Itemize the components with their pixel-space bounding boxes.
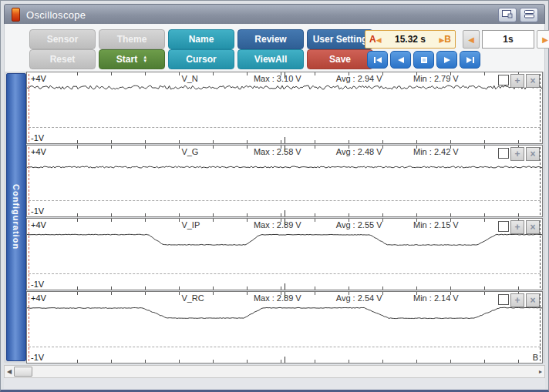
- cursor-b-line[interactable]: [540, 293, 541, 361]
- channel-close-button[interactable]: ×: [526, 220, 540, 234]
- max-value: Max : 2.89 V: [254, 220, 301, 230]
- cursor-b-line[interactable]: [540, 220, 541, 288]
- min-value: Min : 2.79 V: [413, 74, 459, 83]
- channels-area: Configuration +4V V_N Max : 3.10 V Avg :…: [4, 72, 545, 363]
- zero-volt-gridline: [29, 347, 541, 347]
- scrollbar-thumb[interactable]: [14, 367, 32, 377]
- bottom-ruler-ticks: [44, 360, 541, 363]
- cursor-a-line[interactable]: [29, 293, 29, 361]
- skip-to-start-button[interactable]: [367, 51, 388, 69]
- avg-value: Avg : 2.55 V: [336, 220, 382, 230]
- scale-bottom-label: -1V: [31, 133, 44, 142]
- window-bottom-strip: [4, 378, 545, 389]
- scale-bottom-label: -1V: [31, 206, 44, 216]
- bottom-ruler-ticks: [44, 140, 541, 143]
- channel-name: V_N: [181, 74, 197, 83]
- max-value: Max : 3.10 V: [254, 74, 301, 83]
- channel-select-checkbox[interactable]: [498, 75, 509, 85]
- min-value: Min : 2.42 V: [413, 147, 459, 156]
- interval-increase-button[interactable]: ▶: [537, 30, 549, 49]
- scroll-left-icon[interactable]: ◀: [5, 368, 14, 375]
- avg-value: Avg : 2.54 V: [336, 293, 382, 303]
- channel-close-button[interactable]: ×: [526, 147, 540, 161]
- save-button[interactable]: Save: [307, 49, 373, 69]
- min-value: Min : 2.15 V: [413, 220, 459, 230]
- cursor-b-line[interactable]: [540, 147, 541, 215]
- cursor-a-line[interactable]: [29, 220, 29, 288]
- layout-menu-button[interactable]: [520, 8, 538, 22]
- cursor-b-line[interactable]: [540, 74, 541, 142]
- channel-name: V_RC: [181, 293, 204, 303]
- step-back-icon: [397, 56, 405, 64]
- oscilloscope-window: Oscilloscope Sensor Theme Name Review Us…: [0, 0, 549, 392]
- configuration-tab[interactable]: Configuration: [6, 73, 26, 361]
- channel-select-checkbox[interactable]: [498, 148, 509, 159]
- interval-value-box[interactable]: 1s: [482, 30, 534, 49]
- cursor-a-line[interactable]: [29, 74, 29, 142]
- cursor-b-label: B: [444, 34, 451, 45]
- cursor-a-label: A: [369, 34, 376, 45]
- channel-panel-vip: +4V V_IP Max : 2.89 V Avg : 2.55 V Min :…: [26, 218, 543, 290]
- skip-to-end-button[interactable]: [460, 51, 480, 69]
- skip-end-icon: [466, 56, 475, 64]
- name-button[interactable]: Name: [168, 29, 234, 49]
- a-left-arrow-icon: ◀: [376, 36, 382, 44]
- transport-controls: [367, 51, 480, 69]
- horizontal-scrollbar[interactable]: ◀ ▸: [4, 365, 545, 378]
- scale-bottom-label: -1V: [31, 353, 44, 362]
- toolbar: Sensor Theme Name Review User Setting Re…: [4, 24, 545, 72]
- channel-panel-vg: +4V V_G Max : 2.58 V Avg : 2.48 V Min : …: [26, 145, 543, 217]
- title-bar: Oscilloscope: [4, 4, 545, 25]
- time-range-bar: A◀ 15.32 s ▶B ◀ 1s ▶: [365, 30, 549, 49]
- ab-time-value: 15.32 s: [395, 34, 426, 45]
- channel-add-button[interactable]: +: [510, 147, 524, 161]
- avg-value: Avg : 2.94 V: [336, 74, 382, 83]
- viewall-button[interactable]: ViewAll: [237, 49, 304, 69]
- scale-bottom-label: -1V: [31, 280, 44, 289]
- scale-top-label: +4V: [31, 147, 46, 156]
- channel-close-button[interactable]: ×: [526, 74, 540, 88]
- max-value: Max : 2.58 V: [254, 147, 301, 156]
- sensor-button[interactable]: Sensor: [29, 29, 96, 49]
- channel-close-button[interactable]: ×: [526, 293, 540, 307]
- start-button[interactable]: Start ▲▼: [99, 49, 165, 69]
- channel-name: V_G: [181, 147, 198, 156]
- review-button[interactable]: Review: [237, 29, 304, 49]
- scroll-right-icon[interactable]: ▸: [537, 368, 544, 375]
- display-mode-button[interactable]: [498, 8, 517, 22]
- cursor-a-line[interactable]: [29, 147, 29, 215]
- channel-select-checkbox[interactable]: [498, 294, 509, 305]
- channel-panel-vrc: +4V V_RC Max : 2.89 V Avg : 2.54 V Min :…: [26, 291, 543, 364]
- bottom-ruler-ticks: [44, 286, 541, 290]
- ab-range-box[interactable]: A◀ 15.32 s ▶B: [365, 30, 456, 49]
- user-setting-button[interactable]: User Setting: [307, 29, 373, 49]
- stacked-bars-icon: [524, 8, 534, 22]
- window-title: Oscilloscope: [26, 9, 86, 21]
- cursor-button[interactable]: Cursor: [168, 49, 234, 69]
- interval-decrease-button[interactable]: ◀: [463, 30, 480, 49]
- right-arrow-icon: ▶: [542, 35, 548, 44]
- left-arrow-icon: ◀: [468, 35, 474, 44]
- channel-add-button[interactable]: +: [510, 74, 524, 88]
- channel-add-button[interactable]: +: [510, 293, 524, 307]
- app-probe-icon: [12, 8, 20, 22]
- reset-button[interactable]: Reset: [29, 49, 96, 69]
- step-back-button[interactable]: [390, 51, 411, 69]
- skip-start-icon: [373, 56, 382, 64]
- stop-button[interactable]: [413, 51, 434, 69]
- play-icon: [443, 56, 451, 64]
- channel-panel-vn: +4V V_N Max : 3.10 V Avg : 2.94 V Min : …: [26, 72, 543, 144]
- zero-volt-gridline: [29, 273, 541, 274]
- channel-add-button[interactable]: +: [510, 220, 524, 234]
- scale-top-label: +4V: [31, 220, 46, 230]
- display-icon: [502, 8, 513, 22]
- min-value: Min : 2.14 V: [413, 293, 459, 303]
- bottom-ruler-ticks: [44, 213, 541, 216]
- theme-button[interactable]: Theme: [99, 29, 165, 49]
- zero-volt-gridline: [29, 200, 541, 201]
- max-value: Max : 2.89 V: [254, 293, 301, 303]
- scale-top-label: +4V: [31, 74, 46, 83]
- channel-select-checkbox[interactable]: [498, 221, 509, 232]
- play-button[interactable]: [436, 51, 457, 69]
- stop-icon: [420, 56, 428, 64]
